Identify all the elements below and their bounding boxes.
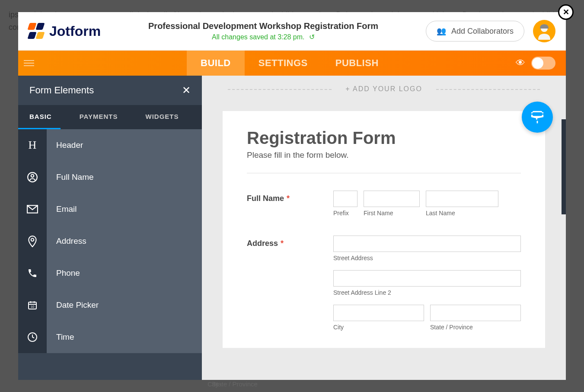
jotform-logo-icon <box>29 23 45 39</box>
preview-icon[interactable]: 👁 <box>516 57 525 69</box>
tab-publish[interactable]: PUBLISH <box>322 51 393 76</box>
element-label: Phone <box>47 257 202 289</box>
logo[interactable]: Jotform <box>29 23 101 39</box>
state-input[interactable] <box>430 305 521 321</box>
user-icon <box>18 161 47 193</box>
element-fullname[interactable]: Full Name <box>18 161 202 193</box>
field-label: Full Name* <box>247 191 333 217</box>
sublabel-lastname: Last Name <box>426 210 498 217</box>
form-title[interactable]: Professional Development Workshop Regist… <box>109 21 417 31</box>
sublabel-city: City <box>333 324 424 331</box>
field-inputs: Prefix First Name Last Name <box>333 191 521 217</box>
element-label: Header <box>47 129 202 161</box>
element-datepicker[interactable]: 10 Date Picker <box>18 289 202 321</box>
scrollbar[interactable] <box>562 119 566 214</box>
field-inputs: Street Address Street Address Line 2 Cit… <box>333 236 521 331</box>
element-tab-basic[interactable]: BASIC <box>18 105 61 129</box>
modal: Jotform Professional Development Worksho… <box>18 12 566 380</box>
city-input[interactable] <box>333 305 424 321</box>
sidebar-title: Form Elements <box>29 85 94 96</box>
sublabel-street: Street Address <box>333 255 521 261</box>
footer-state: State / Province <box>212 380 258 388</box>
paint-roller-icon <box>530 110 545 124</box>
footer-city: City <box>91 380 212 388</box>
toggle-switch[interactable] <box>531 57 555 70</box>
element-header[interactable]: H Header <box>18 129 202 161</box>
element-time[interactable]: Time <box>18 321 202 353</box>
tab-build[interactable]: BUILD <box>187 51 245 76</box>
sublabel-street2: Street Address Line 2 <box>333 289 521 296</box>
sublabel-firstname: First Name <box>364 210 420 217</box>
divider <box>247 173 521 173</box>
elements-list: H Header Full Name Email Address P <box>18 129 202 380</box>
field-label: Address* <box>247 236 333 331</box>
logo-text: Jotform <box>49 23 101 39</box>
people-icon: 👥 <box>437 26 446 36</box>
lastname-input[interactable] <box>426 191 498 207</box>
hamburger-icon[interactable] <box>18 51 40 76</box>
sidebar-header: Form Elements ✕ <box>18 76 202 105</box>
form-card: Registration Form Please fill in the for… <box>223 111 545 348</box>
canvas: + ADD YOUR LOGO Registration Form Please… <box>202 76 566 380</box>
element-email[interactable]: Email <box>18 193 202 225</box>
sublabel-state: State / Province <box>430 324 521 331</box>
element-label: Full Name <box>47 161 202 193</box>
street-input[interactable] <box>333 236 521 252</box>
main-tabs: BUILD SETTINGS PUBLISH <box>187 51 393 76</box>
element-tabs: BASIC PAYMENTS WIDGETS <box>18 105 202 129</box>
tabbar: BUILD SETTINGS PUBLISH 👁 <box>18 51 566 76</box>
add-collaborators-button[interactable]: 👥 Add Collaborators <box>426 21 524 41</box>
svg-point-2 <box>31 174 34 177</box>
svg-point-4 <box>31 238 34 241</box>
field-fullname[interactable]: Full Name* Prefix First Name <box>247 191 521 217</box>
undo-icon[interactable]: ↺ <box>309 33 315 41</box>
element-tab-widgets[interactable]: WIDGETS <box>137 105 188 129</box>
svg-text:10: 10 <box>31 305 34 308</box>
element-phone[interactable]: Phone <box>18 257 202 289</box>
calendar-icon: 10 <box>18 289 47 321</box>
header-icon: H <box>18 129 47 161</box>
form-heading[interactable]: Registration Form <box>247 128 521 148</box>
footer-row: City State / Province <box>91 376 584 392</box>
form-subheading[interactable]: Please fill in the form below. <box>247 150 521 160</box>
header: Jotform Professional Development Worksho… <box>18 12 566 51</box>
firstname-input[interactable] <box>364 191 420 207</box>
element-tab-payments[interactable]: PAYMENTS <box>61 105 137 129</box>
close-button[interactable] <box>558 4 574 20</box>
required-indicator: * <box>281 239 284 248</box>
avatar[interactable] <box>533 20 555 42</box>
paint-roller-button[interactable] <box>522 102 553 133</box>
tab-settings[interactable]: SETTINGS <box>245 51 322 76</box>
avatar-icon <box>536 22 553 40</box>
sidebar: Form Elements ✕ BASIC PAYMENTS WIDGETS H… <box>18 76 202 380</box>
save-status: All changes saved at 3:28 pm. ↺ <box>109 33 417 41</box>
element-label: Time <box>47 321 202 353</box>
element-label: Date Picker <box>47 289 202 321</box>
title-area: Professional Development Workshop Regist… <box>109 21 417 41</box>
element-label: Email <box>47 193 202 225</box>
clock-icon <box>18 321 47 353</box>
field-address[interactable]: Address* Street Address Street Address L… <box>247 236 521 331</box>
close-icon[interactable]: ✕ <box>182 84 191 96</box>
element-address[interactable]: Address <box>18 225 202 257</box>
phone-icon <box>18 257 47 289</box>
mail-icon <box>18 193 47 225</box>
add-logo-placeholder[interactable]: + ADD YOUR LOGO <box>202 76 566 102</box>
right-controls: 👁 <box>516 57 566 70</box>
body: Form Elements ✕ BASIC PAYMENTS WIDGETS H… <box>18 76 566 380</box>
pin-icon <box>18 225 47 257</box>
prefix-input[interactable] <box>333 191 357 207</box>
element-label: Address <box>47 225 202 257</box>
required-indicator: * <box>287 194 290 203</box>
street2-input[interactable] <box>333 270 521 287</box>
sublabel-prefix: Prefix <box>333 210 357 217</box>
